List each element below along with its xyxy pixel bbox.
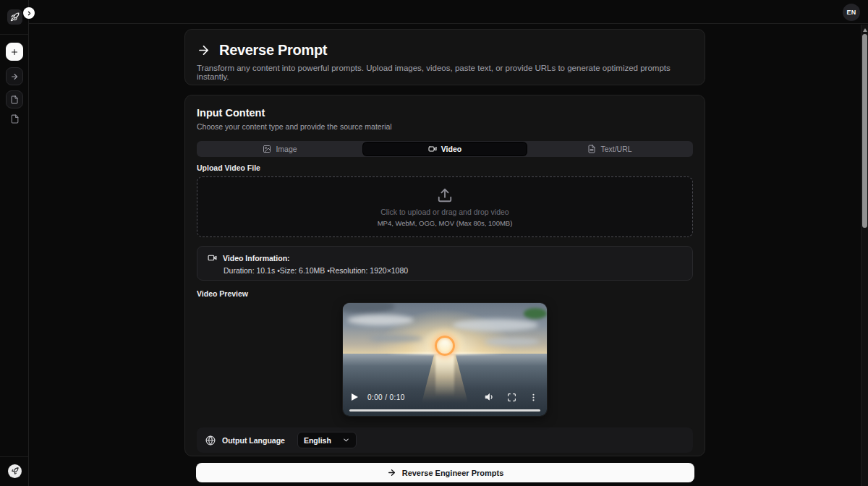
cloud-shape [485,338,540,346]
sidebar-footer [0,456,28,486]
document-icon[interactable] [9,113,20,125]
video-info-box: Video Information: Duration: 10.1s •Size… [197,246,693,281]
video-preview-label: Video Preview [197,289,693,298]
fullscreen-icon[interactable] [507,393,516,402]
new-item-button[interactable] [6,43,23,61]
video-player[interactable]: 0:00 / 0:10 [343,303,547,416]
upload-hint: Click to upload or drag and drop video [380,208,509,216]
arrow-right-icon [387,468,396,477]
chevron-right-icon [26,10,33,17]
documents-nav-button[interactable] [6,90,23,108]
cloud-shape [347,315,414,325]
scrollbar-thumb[interactable] [862,34,867,228]
language-toggle[interactable]: EN [843,4,860,21]
video-controls: 0:00 / 0:10 [343,387,547,407]
tab-text-url[interactable]: Text/URL [528,142,692,155]
page-title: Reverse Prompt [197,42,693,59]
volume-icon[interactable] [485,392,495,402]
topbar: EN [29,0,868,24]
output-language-label: Output Language [222,436,285,445]
file-icon [10,95,19,104]
video-icon [428,145,437,153]
chevron-down-icon [342,436,350,444]
cloud-shape [369,335,422,342]
arrow-right-icon [10,72,19,81]
video-icon [208,253,217,263]
reverse-prompt-nav-button[interactable] [6,67,23,85]
scroll-up-arrow-icon[interactable] [862,27,868,33]
upload-section-label: Upload Video File [197,163,693,172]
video-info-details: Duration: 10.1s •Size: 6.10MB •Resolutio… [224,266,682,275]
app-window: EN Reverse Prompt Transform any content … [0,0,868,486]
globe-icon [205,435,216,446]
page-subtitle: Transform any content into powerful prom… [197,64,693,81]
video-progress-bar[interactable] [349,409,540,412]
upload-icon [437,187,453,203]
plus-icon [10,48,19,56]
input-content-subtitle: Choose your content type and provide the… [197,122,693,131]
footer-logo-icon[interactable] [8,464,22,478]
upload-dropzone[interactable]: Click to upload or drag and drop video M… [197,176,693,237]
cloud-shape [453,319,538,331]
file-text-icon [587,145,596,153]
sidebar-expand-button[interactable] [23,7,35,19]
upload-formats: MP4, WebM, OGG, MOV (Max 80s, 100MB) [378,219,513,227]
input-content-card: Input Content Choose your content type a… [184,95,705,456]
sidebar [0,0,29,486]
video-timestamp: 0:00 / 0:10 [367,393,405,401]
app-logo-icon[interactable] [7,9,22,25]
language-select[interactable]: English [297,432,357,448]
language-select-value: English [304,436,331,445]
arrow-right-icon [197,43,210,57]
fire-ring-shape [435,336,455,356]
scrollbar[interactable] [861,25,868,486]
play-button[interactable] [352,393,358,401]
input-content-title: Input Content [197,107,693,119]
video-info-title-row: Video Information: [208,253,682,263]
image-icon [263,145,271,153]
tab-video[interactable]: Video [363,142,527,155]
page-header-card: Reverse Prompt Transform any content int… [184,29,705,85]
floating-island-shape [524,308,547,319]
tab-image[interactable]: Image [198,142,362,155]
reverse-engineer-button[interactable]: Reverse Engineer Prompts [196,463,694,482]
output-language-row: Output Language English [197,427,693,453]
more-vertical-icon[interactable] [529,393,538,402]
content-type-tabs: Image Video Text/URL [197,141,693,157]
